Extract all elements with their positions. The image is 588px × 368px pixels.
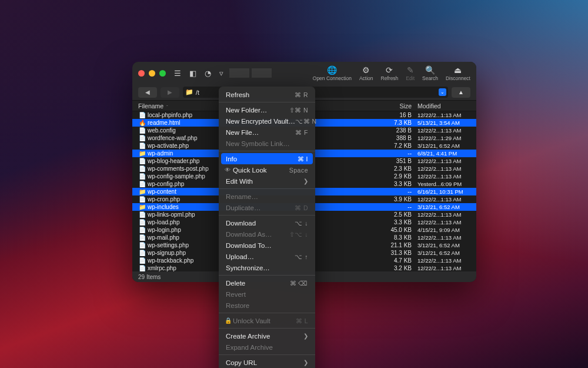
file-size: 3.3 KB: [376, 181, 412, 187]
disconnect-label: Disconnect: [446, 75, 470, 81]
file-size: 31.3 KB: [376, 250, 412, 256]
column-size[interactable]: Size: [376, 102, 412, 110]
file-icon: 📄: [138, 211, 146, 218]
menu-item: New Symbolic Link…: [219, 138, 315, 149]
search-label: Search: [422, 75, 438, 81]
menu-item[interactable]: Download To…: [219, 240, 315, 251]
column-modified[interactable]: Modified: [412, 102, 470, 110]
menu-item-label: New File…: [226, 129, 295, 136]
action-menu-button[interactable]: ⚙︎ Action: [359, 65, 373, 81]
edit-button[interactable]: ✎ Edit: [406, 65, 415, 81]
file-modified: 12/22/2...1:13 AM: [412, 211, 470, 218]
menu-item: Duplicate…⌘ D: [219, 202, 315, 213]
file-size: 351 B: [376, 158, 412, 164]
file-modified: 4/15/21, 9:09 AM: [412, 227, 470, 233]
file-icon: 📄: [138, 250, 146, 256]
sort-indicator-icon: ˆ: [166, 104, 168, 110]
bonjour-icon[interactable]: ◔: [205, 69, 211, 77]
menu-item[interactable]: New Encrypted Vault…⌥⌘ N: [219, 115, 315, 127]
menu-item[interactable]: Refresh⌘ R: [219, 89, 315, 100]
close-window[interactable]: [138, 70, 145, 77]
pencil-icon: ✎: [407, 65, 414, 75]
eye-icon: 👁: [225, 167, 233, 173]
menu-shortcut: ⌘ ⌫: [290, 280, 308, 287]
open-connection-label: Open Connection: [313, 75, 352, 81]
menu-item[interactable]: Edit With❯: [219, 175, 315, 187]
window-controls: [138, 70, 166, 77]
file-size: 3.9 KB: [376, 196, 412, 203]
menu-item[interactable]: Info⌘ I: [221, 153, 313, 164]
menu-item[interactable]: Upload…⌥ ↑: [219, 251, 315, 262]
menu-shortcut: ⌘ L: [296, 317, 308, 324]
menu-shortcut: ⌥ ↑: [295, 253, 308, 260]
file-modified: 12/22/2...1:13 AM: [412, 234, 470, 241]
menu-item-label: Delete: [226, 280, 290, 287]
file-icon: 📄: [138, 127, 146, 134]
gear-icon: ⚙︎: [362, 65, 370, 75]
title-redacted: [229, 68, 272, 78]
column-filename-label: Filename: [138, 102, 163, 110]
menu-item[interactable]: 👁Quick LookSpace: [219, 164, 315, 175]
history-icon[interactable]: ◧: [189, 69, 196, 77]
submenu-icon: ❯: [303, 178, 308, 184]
menu-shortcut: ⌘ D: [295, 204, 308, 211]
action-label: Action: [359, 75, 373, 81]
file-size: 4.7 KB: [376, 257, 412, 264]
menu-shortcut: ⌥ ↓: [295, 220, 308, 227]
menu-item: Expand Archive: [219, 342, 315, 353]
file-modified: 5/13/21, 3:54 AM: [412, 120, 470, 126]
menu-item-label: Rename…: [226, 193, 308, 200]
file-icon: 📄: [138, 142, 146, 149]
menu-item: Download As…⇧⌥ ↓: [219, 228, 315, 240]
file-icon: 📄: [138, 173, 146, 180]
file-icon: 📄: [138, 234, 146, 241]
nav-forward-button[interactable]: ▶: [161, 87, 179, 98]
menu-item: Rename…: [219, 191, 315, 202]
outline-icon[interactable]: ▿: [219, 69, 223, 77]
file-icon: 📄: [138, 265, 146, 271]
disconnect-button[interactable]: ⏏ Disconnect: [446, 65, 470, 81]
file-size: 45.0 KB: [376, 227, 412, 233]
file-modified: 12/22/2...1:13 AM: [412, 165, 470, 172]
file-icon: 📄: [138, 196, 146, 203]
file-modified: 6/16/21, 10:31 PM: [412, 188, 470, 195]
menu-item[interactable]: New File…⌘ F: [219, 127, 315, 138]
file-icon: 📄: [138, 219, 146, 226]
minimize-window[interactable]: [149, 70, 155, 77]
file-modified: 12/22/2...1:13 AM: [412, 112, 470, 118]
file-size: 2.9 KB: [376, 173, 412, 180]
menu-item[interactable]: Delete⌘ ⌫: [219, 277, 315, 289]
menu-item-label: Create Archive: [226, 333, 303, 340]
menu-item-label: New Symbolic Link…: [226, 140, 308, 147]
maximize-window[interactable]: [159, 70, 166, 77]
menu-item[interactable]: Create Archive❯: [219, 330, 315, 342]
nav-back-button[interactable]: ◀: [138, 87, 157, 98]
nav-up-button[interactable]: ▲: [452, 87, 470, 98]
open-connection-button[interactable]: 🌐 Open Connection: [313, 65, 352, 81]
file-size: 2.3 KB: [376, 165, 412, 172]
menu-item-label: Unlock Vault: [233, 317, 296, 324]
menu-shortcut: ⌘ I: [298, 155, 308, 163]
menu-item: Restore: [219, 300, 315, 311]
menu-item[interactable]: Synchronize…: [219, 262, 315, 273]
menu-item[interactable]: Copy URL❯: [219, 357, 315, 368]
file-size: 2.5 KB: [376, 211, 412, 218]
menu-item[interactable]: New Folder…⇧⌘ N: [219, 104, 315, 115]
menu-item-label: Revert: [226, 291, 308, 298]
file-modified: 12/22/2...1:13 AM: [412, 219, 470, 226]
menu-item[interactable]: Download⌥ ↓: [219, 217, 315, 228]
folder-icon: 📁: [138, 204, 146, 210]
file-icon: 📄: [138, 135, 146, 141]
edit-label: Edit: [406, 75, 415, 81]
titlebar: ☰ ◧ ◔ ▿ 🌐 Open Connection ⚙︎ Action ⟳ Re…: [132, 62, 476, 84]
status-text: 29 Items: [138, 274, 161, 280]
bookmarks-icon[interactable]: ☰: [174, 69, 181, 77]
file-size: 21.1 KB: [376, 242, 412, 248]
search-button[interactable]: 🔍 Search: [422, 65, 438, 81]
path-dropdown-icon[interactable]: ⌄: [439, 88, 446, 96]
menu-item-label: Synchronize…: [226, 264, 308, 271]
menu-shortcut: ⌘ F: [295, 129, 308, 136]
refresh-button[interactable]: ⟳ Refresh: [381, 65, 399, 81]
eject-icon: ⏏: [454, 65, 462, 75]
search-icon: 🔍: [425, 65, 435, 75]
